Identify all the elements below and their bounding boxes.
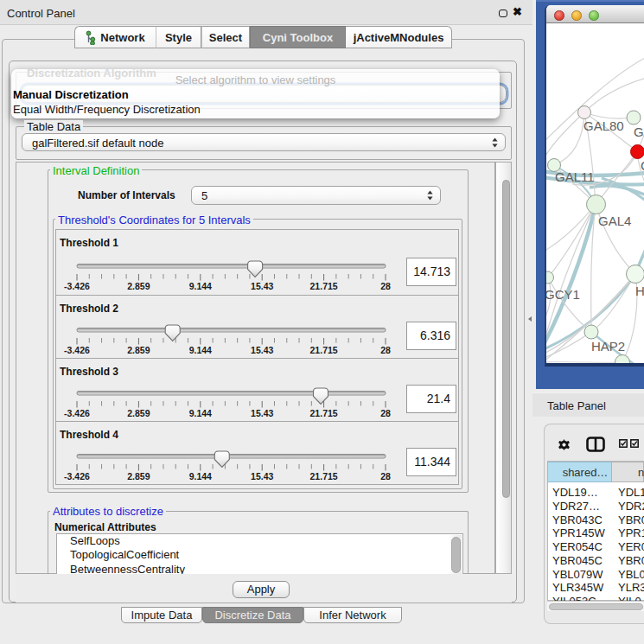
svg-text:9.144: 9.144 bbox=[189, 408, 212, 418]
svg-text:H: H bbox=[635, 284, 644, 298]
svg-text:28: 28 bbox=[380, 471, 391, 481]
svg-text:15.43: 15.43 bbox=[251, 408, 273, 418]
svg-text:21.715: 21.715 bbox=[310, 345, 338, 355]
svg-text:-3.426: -3.426 bbox=[64, 408, 90, 418]
svg-text:-3.426: -3.426 bbox=[64, 281, 90, 291]
svg-text:9.144: 9.144 bbox=[189, 281, 212, 291]
svg-text:9.144: 9.144 bbox=[189, 471, 212, 481]
svg-text:15.43: 15.43 bbox=[251, 471, 273, 481]
svg-text:28: 28 bbox=[380, 345, 391, 355]
svg-text:GAL80: GAL80 bbox=[583, 118, 624, 133]
svg-text:C: C bbox=[641, 158, 644, 173]
svg-text:GCY1: GCY1 bbox=[546, 287, 580, 302]
svg-text:21.715: 21.715 bbox=[310, 471, 338, 481]
svg-text:15.43: 15.43 bbox=[251, 345, 273, 355]
svg-text:2.859: 2.859 bbox=[127, 471, 150, 481]
svg-text:21.715: 21.715 bbox=[310, 281, 338, 291]
svg-text:-3.426: -3.426 bbox=[64, 345, 90, 355]
svg-text:15.43: 15.43 bbox=[251, 281, 273, 291]
svg-text:GAL4: GAL4 bbox=[598, 214, 631, 228]
svg-text:-3.426: -3.426 bbox=[64, 471, 90, 481]
svg-text:21.715: 21.715 bbox=[310, 408, 338, 418]
svg-text:2.859: 2.859 bbox=[127, 345, 150, 355]
svg-text:GAL11: GAL11 bbox=[555, 169, 595, 184]
svg-text:28: 28 bbox=[380, 408, 391, 418]
svg-text:9.144: 9.144 bbox=[189, 345, 212, 355]
svg-text:HAP2: HAP2 bbox=[591, 339, 625, 354]
svg-text:GA: GA bbox=[634, 124, 644, 139]
svg-text:2.859: 2.859 bbox=[127, 281, 150, 291]
svg-text:28: 28 bbox=[380, 281, 391, 291]
svg-text:2.859: 2.859 bbox=[127, 408, 150, 418]
